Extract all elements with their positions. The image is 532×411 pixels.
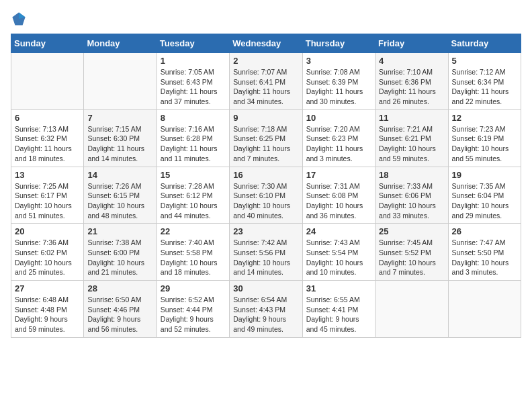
day-info: Sunrise: 7:12 AM Sunset: 6:34 PM Dayligh… — [452, 67, 517, 107]
day-info: Sunrise: 7:07 AM Sunset: 6:41 PM Dayligh… — [233, 67, 298, 107]
calendar-cell: 5Sunrise: 7:12 AM Sunset: 6:34 PM Daylig… — [448, 53, 521, 110]
day-number: 23 — [233, 226, 298, 236]
day-info: Sunrise: 7:38 AM Sunset: 6:00 PM Dayligh… — [87, 238, 152, 277]
day-number: 27 — [15, 283, 80, 293]
calendar-table: SundayMondayTuesdayWednesdayThursdayFrid… — [11, 34, 521, 338]
calendar-cell: 9Sunrise: 7:18 AM Sunset: 6:25 PM Daylig… — [230, 109, 302, 167]
calendar-cell: 25Sunrise: 7:45 AM Sunset: 5:52 PM Dayli… — [375, 224, 448, 281]
day-number: 10 — [306, 113, 371, 123]
day-number: 17 — [306, 170, 371, 180]
day-info: Sunrise: 7:25 AM Sunset: 6:17 PM Dayligh… — [15, 181, 80, 221]
calendar-cell: 22Sunrise: 7:40 AM Sunset: 5:58 PM Dayli… — [157, 224, 229, 281]
header — [11, 11, 521, 27]
day-number: 26 — [452, 226, 517, 236]
day-info: Sunrise: 6:48 AM Sunset: 4:48 PM Dayligh… — [15, 295, 80, 334]
day-number: 9 — [233, 113, 298, 123]
calendar-cell: 16Sunrise: 7:30 AM Sunset: 6:10 PM Dayli… — [230, 167, 302, 224]
day-header-friday: Friday — [375, 34, 448, 53]
calendar-cell: 12Sunrise: 7:23 AM Sunset: 6:19 PM Dayli… — [448, 109, 521, 167]
calendar-cell: 18Sunrise: 7:33 AM Sunset: 6:06 PM Dayli… — [375, 167, 448, 224]
calendar-cell: 11Sunrise: 7:21 AM Sunset: 6:21 PM Dayli… — [375, 109, 448, 167]
calendar-cell: 7Sunrise: 7:15 AM Sunset: 6:30 PM Daylig… — [84, 109, 157, 167]
day-number: 19 — [452, 170, 517, 180]
day-number: 16 — [233, 170, 298, 180]
day-info: Sunrise: 6:54 AM Sunset: 4:43 PM Dayligh… — [233, 295, 298, 334]
logo-icon — [11, 11, 27, 27]
calendar-cell: 14Sunrise: 7:26 AM Sunset: 6:15 PM Dayli… — [84, 167, 157, 224]
calendar-cell: 21Sunrise: 7:38 AM Sunset: 6:00 PM Dayli… — [84, 224, 157, 281]
calendar-cell: 23Sunrise: 7:42 AM Sunset: 5:56 PM Dayli… — [230, 224, 302, 281]
calendar-cell — [448, 281, 521, 338]
calendar-cell: 29Sunrise: 6:52 AM Sunset: 4:44 PM Dayli… — [157, 281, 229, 338]
calendar-cell — [375, 281, 448, 338]
day-info: Sunrise: 7:10 AM Sunset: 6:36 PM Dayligh… — [379, 67, 444, 107]
day-number: 3 — [306, 56, 371, 66]
calendar-cell: 20Sunrise: 7:36 AM Sunset: 6:02 PM Dayli… — [11, 224, 84, 281]
calendar-cell: 30Sunrise: 6:54 AM Sunset: 4:43 PM Dayli… — [230, 281, 302, 338]
day-number: 7 — [87, 113, 152, 123]
day-header-tuesday: Tuesday — [157, 34, 229, 53]
day-info: Sunrise: 7:43 AM Sunset: 5:54 PM Dayligh… — [306, 238, 371, 277]
day-info: Sunrise: 7:13 AM Sunset: 6:32 PM Dayligh… — [15, 124, 80, 164]
calendar-cell — [84, 53, 157, 110]
day-number: 8 — [161, 113, 226, 123]
calendar-cell: 3Sunrise: 7:08 AM Sunset: 6:39 PM Daylig… — [302, 53, 375, 110]
day-number: 29 — [161, 283, 226, 293]
calendar-cell: 13Sunrise: 7:25 AM Sunset: 6:17 PM Dayli… — [11, 167, 84, 224]
week-row-3: 13Sunrise: 7:25 AM Sunset: 6:17 PM Dayli… — [11, 167, 521, 224]
day-info: Sunrise: 6:52 AM Sunset: 4:44 PM Dayligh… — [161, 295, 226, 334]
logo — [11, 11, 30, 27]
calendar-cell: 26Sunrise: 7:47 AM Sunset: 5:50 PM Dayli… — [448, 224, 521, 281]
day-number: 4 — [379, 56, 444, 66]
day-number: 25 — [379, 226, 444, 236]
day-info: Sunrise: 7:18 AM Sunset: 6:25 PM Dayligh… — [233, 124, 298, 164]
calendar-cell: 28Sunrise: 6:50 AM Sunset: 4:46 PM Dayli… — [84, 281, 157, 338]
day-info: Sunrise: 7:21 AM Sunset: 6:21 PM Dayligh… — [379, 124, 444, 164]
day-number: 30 — [233, 283, 298, 293]
day-number: 18 — [379, 170, 444, 180]
week-row-2: 6Sunrise: 7:13 AM Sunset: 6:32 PM Daylig… — [11, 109, 521, 167]
day-number: 6 — [15, 113, 80, 123]
calendar-cell: 2Sunrise: 7:07 AM Sunset: 6:41 PM Daylig… — [230, 53, 302, 110]
day-info: Sunrise: 7:20 AM Sunset: 6:23 PM Dayligh… — [306, 124, 371, 164]
day-number: 31 — [306, 283, 371, 293]
day-info: Sunrise: 7:15 AM Sunset: 6:30 PM Dayligh… — [87, 124, 152, 164]
day-number: 11 — [379, 113, 444, 123]
day-number: 22 — [161, 226, 226, 236]
day-number: 1 — [161, 56, 226, 66]
calendar-cell: 27Sunrise: 6:48 AM Sunset: 4:48 PM Dayli… — [11, 281, 84, 338]
calendar-cell — [11, 53, 84, 110]
day-info: Sunrise: 7:28 AM Sunset: 6:12 PM Dayligh… — [161, 181, 226, 221]
day-info: Sunrise: 6:55 AM Sunset: 4:41 PM Dayligh… — [306, 295, 371, 334]
day-number: 2 — [233, 56, 298, 66]
calendar-cell: 6Sunrise: 7:13 AM Sunset: 6:32 PM Daylig… — [11, 109, 84, 167]
week-row-5: 27Sunrise: 6:48 AM Sunset: 4:48 PM Dayli… — [11, 281, 521, 338]
day-number: 15 — [161, 170, 226, 180]
day-header-wednesday: Wednesday — [230, 34, 302, 53]
day-number: 28 — [87, 283, 152, 293]
day-info: Sunrise: 6:50 AM Sunset: 4:46 PM Dayligh… — [87, 295, 152, 334]
day-info: Sunrise: 7:40 AM Sunset: 5:58 PM Dayligh… — [161, 238, 226, 277]
day-number: 24 — [306, 226, 371, 236]
day-info: Sunrise: 7:23 AM Sunset: 6:19 PM Dayligh… — [452, 124, 517, 164]
calendar-cell: 10Sunrise: 7:20 AM Sunset: 6:23 PM Dayli… — [302, 109, 375, 167]
week-row-4: 20Sunrise: 7:36 AM Sunset: 6:02 PM Dayli… — [11, 224, 521, 281]
day-info: Sunrise: 7:36 AM Sunset: 6:02 PM Dayligh… — [15, 238, 80, 277]
calendar-cell: 4Sunrise: 7:10 AM Sunset: 6:36 PM Daylig… — [375, 53, 448, 110]
day-number: 14 — [87, 170, 152, 180]
day-info: Sunrise: 7:33 AM Sunset: 6:06 PM Dayligh… — [379, 181, 444, 221]
day-header-sunday: Sunday — [11, 34, 84, 53]
calendar-cell: 15Sunrise: 7:28 AM Sunset: 6:12 PM Dayli… — [157, 167, 229, 224]
day-number: 13 — [15, 170, 80, 180]
day-info: Sunrise: 7:26 AM Sunset: 6:15 PM Dayligh… — [87, 181, 152, 221]
day-info: Sunrise: 7:45 AM Sunset: 5:52 PM Dayligh… — [379, 238, 444, 277]
day-info: Sunrise: 7:47 AM Sunset: 5:50 PM Dayligh… — [452, 238, 517, 277]
day-header-thursday: Thursday — [302, 34, 375, 53]
day-info: Sunrise: 7:30 AM Sunset: 6:10 PM Dayligh… — [233, 181, 298, 221]
day-info: Sunrise: 7:16 AM Sunset: 6:28 PM Dayligh… — [161, 124, 226, 164]
calendar-cell: 19Sunrise: 7:35 AM Sunset: 6:04 PM Dayli… — [448, 167, 521, 224]
day-info: Sunrise: 7:05 AM Sunset: 6:43 PM Dayligh… — [161, 67, 226, 107]
day-number: 21 — [87, 226, 152, 236]
days-header-row: SundayMondayTuesdayWednesdayThursdayFrid… — [11, 34, 521, 53]
day-info: Sunrise: 7:08 AM Sunset: 6:39 PM Dayligh… — [306, 67, 371, 107]
